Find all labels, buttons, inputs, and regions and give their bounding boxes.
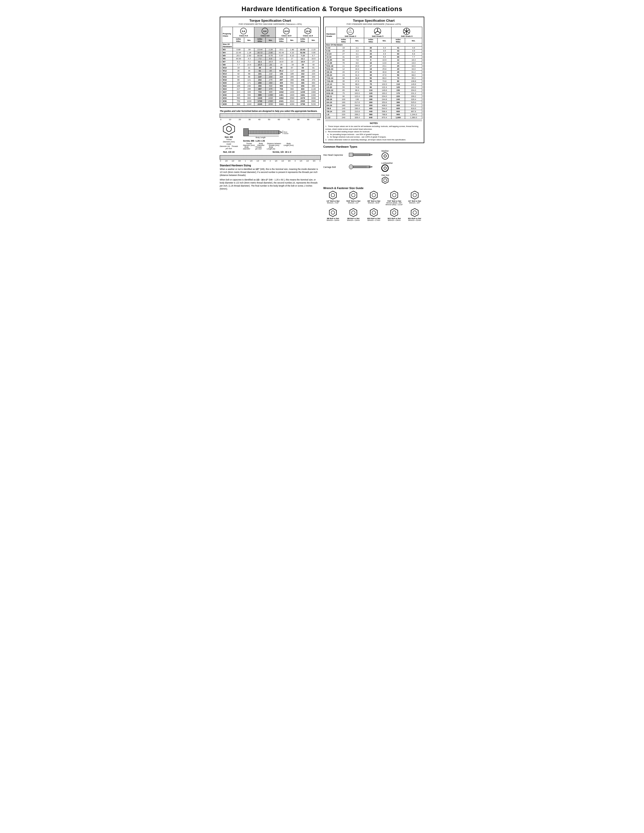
notes-section: NOTES 1. These torque values are to be u… bbox=[325, 121, 422, 141]
svg-line-49 bbox=[407, 31, 409, 33]
grade8-icon bbox=[403, 27, 411, 35]
wrench-row1: 1/4" Bolt or Nut Wrench—7/16" 5/16" Bolt… bbox=[323, 191, 424, 206]
wrench-size-label: Wrench—7/16" bbox=[323, 202, 343, 204]
g5-nm-header: Nm. bbox=[378, 38, 391, 43]
svg-point-98 bbox=[413, 193, 417, 197]
sae-table-row: 3/4-10 160 217.6 260 353.6 386 525.0 bbox=[325, 101, 422, 104]
wrench-size-label: Wrench—22mm bbox=[405, 219, 424, 221]
sae-grade-header-row: HardwareGrade No Marks SAE Grade 2 bbox=[325, 27, 422, 38]
sae-size-header: Size Of Hardware bbox=[325, 43, 422, 47]
metric-table-row: M8 7.7 10.5 17.7 24 25 - 34 29 40 bbox=[222, 63, 319, 66]
svg-line-42 bbox=[375, 31, 378, 33]
metric-table-row: M14 42 58 101 132 136 185 162 220 bbox=[222, 72, 319, 76]
wrench-bolt-label: 1/4" Bolt or Nut bbox=[323, 200, 343, 202]
metric-torque-table: PropertyClass 5.6 Class 5.6 bbox=[222, 27, 319, 106]
sae-table-row: 3/8-24 23 31.3 35 47.6 50 68.0 bbox=[325, 74, 422, 77]
metric-torque-chart: Torque Specification Chart FOR STANDARD … bbox=[220, 17, 321, 108]
guide-text: The guides and ruler furnished below are… bbox=[220, 110, 321, 113]
metric-table-row: M33 590 800 1349 1830 1902 2580 2278 309… bbox=[222, 96, 319, 100]
wrench-item-icon bbox=[328, 191, 337, 199]
wrench-size-label: Wrench—17mm bbox=[364, 219, 384, 221]
lockwasher-icon bbox=[382, 164, 389, 172]
wrench-item-icon bbox=[369, 208, 378, 217]
wrench-item-icon bbox=[410, 208, 419, 217]
class129-icon: 12.9 bbox=[304, 27, 311, 35]
grade2-icon: No Marks bbox=[346, 27, 354, 35]
wrench-size-label: Wrench—19mm bbox=[385, 219, 404, 221]
svg-text:Body Length: Body Length bbox=[256, 137, 266, 138]
carriage-bolt-icon bbox=[349, 164, 374, 170]
grade2-header: No Marks SAE Grade 2 bbox=[337, 27, 364, 38]
g8-inlbs-header: in/lbsft/lbs bbox=[391, 38, 405, 43]
sae-table-row: 7/16-20 35 47.6 55 74.8 80 108.8 bbox=[325, 80, 422, 83]
screw-svg: Body Length Body Diameter bbox=[243, 126, 288, 138]
wrench-size-label: Wrench—3/4" bbox=[405, 202, 424, 204]
svg-point-104 bbox=[372, 211, 375, 214]
common-hardware-section: Common Hardware Types Hex Head Capscrew bbox=[323, 145, 424, 185]
wrench-item: M12 Bolt or Nut Wrench—19mm bbox=[385, 208, 404, 221]
c56-inlbs-header: in/lbsft/lbs bbox=[233, 38, 244, 43]
metric-table-row: M39 988 1340 2249 3050 3163 4290 3798 51… bbox=[222, 103, 319, 106]
c88-nm-header: Nm. bbox=[266, 38, 276, 43]
svg-text:12.9: 12.9 bbox=[306, 30, 310, 32]
svg-marker-67 bbox=[369, 154, 372, 156]
wrench-item: 7/16" Bolt or Nut Wrench (Bolt)—5/8"Wren… bbox=[385, 191, 404, 206]
wrench-item-icon bbox=[328, 208, 337, 217]
washer-group: Washer bbox=[382, 150, 389, 160]
svg-text:5.6: 5.6 bbox=[242, 30, 245, 32]
grade8-header: SAE Grade 8 bbox=[391, 27, 422, 38]
second-ruler-labels: 0 1/4 1/2 3/4 1 1/4 1/2 3/4 2 1/4 1/2 3/… bbox=[220, 160, 321, 162]
nut-thread-label: ThreadDiameter (mm) InsideDiameter (in)T… bbox=[220, 138, 238, 150]
units-header-row: in/lbsft/lbs Nm. in/lbsft/lbs Nm. in/lbs… bbox=[222, 38, 319, 43]
grade5-header: SAE Grade 5 bbox=[364, 27, 391, 38]
svg-point-92 bbox=[351, 193, 355, 197]
wrench-item-icon bbox=[410, 191, 419, 199]
lockwasher-label: Lockwasher bbox=[382, 162, 393, 164]
wrench-item-icon bbox=[349, 208, 358, 217]
wrench-size-label: Wrench—13mm bbox=[344, 219, 363, 221]
sizing-section: Standard Hardware Sizing When a washer o… bbox=[220, 164, 321, 190]
metric-table-row: M4 13.44 1.28 30.72 2.90 43.44 4.10 52.5… bbox=[222, 51, 319, 54]
wrench-item: 1/2" Bolt or Nut Wrench—3/4" bbox=[405, 191, 424, 206]
sae-chart-subtitle: FOR STANDARD MACHINE HARDWARE (Tolerance… bbox=[325, 23, 422, 25]
sae-table-row: 5/16-18 11 15.0 17 23.1 25 34.0 bbox=[325, 64, 422, 68]
c109-nm-header: Nm. bbox=[287, 38, 297, 43]
nut-svg bbox=[222, 123, 236, 135]
nut-m8-label: Nut, M8 bbox=[220, 136, 238, 138]
wrench-bolt-label: 5/16" Bolt or Nut bbox=[344, 200, 363, 202]
grade8-label: SAE Grade 8 bbox=[401, 35, 412, 37]
svg-point-86 bbox=[384, 167, 386, 169]
metric-chart-title: Torque Specification Chart bbox=[222, 19, 319, 23]
wrench-size-label: Wrench—10mm bbox=[323, 219, 343, 221]
grade5-label: SAE Grade 5 bbox=[372, 35, 383, 37]
hardware-types-row2: Carriage Bolt bbox=[323, 162, 424, 172]
g2-nm-header: Nm. bbox=[350, 38, 364, 43]
second-ruler-bar bbox=[220, 155, 321, 160]
washer-icon bbox=[382, 152, 389, 160]
second-ruler: 0 1/4 1/2 3/4 1 1/4 1/2 3/4 2 1/4 1/2 3/… bbox=[220, 155, 321, 162]
svg-point-94 bbox=[372, 193, 375, 197]
sizing-para1: When a washer or nut is identified as 1/… bbox=[220, 168, 321, 177]
sae-table-row: 8-36 20 2.3 31 3.5 43 4.9 bbox=[325, 50, 422, 53]
svg-text:Marks: Marks bbox=[348, 31, 352, 33]
svg-line-43 bbox=[378, 31, 380, 33]
main-content: Torque Specification Chart FOR STANDARD … bbox=[220, 17, 424, 222]
metric-table-row: M3 5.88 .56 13.44 1.28 19.2 1.80 22.92 2… bbox=[222, 48, 319, 51]
metric-table-row: M22 169 230 390 530 559 745 656 890 bbox=[222, 85, 319, 88]
washer-label: Washer bbox=[382, 150, 389, 152]
page-title: Hardware Identification & Torque Specifi… bbox=[220, 5, 424, 13]
class56-label: Class 5.6 bbox=[239, 35, 248, 37]
class109-header: 10.9 Class 10.9 bbox=[276, 27, 297, 38]
sae-table-row: 3/4-16 180 244.8 300 408.0 420 571.2 bbox=[325, 104, 422, 107]
class129-label: Class 12.9 bbox=[303, 35, 313, 37]
wrench-items: 1/4" Bolt or Nut Wrench—7/16" 5/16" Bolt… bbox=[323, 191, 424, 222]
class109-label: Class 10.9 bbox=[282, 35, 291, 37]
metric-table-row: M12 26 36 61 83 86.2 117 103 140 bbox=[222, 69, 319, 72]
svg-point-9 bbox=[226, 127, 231, 132]
wrench-item-icon bbox=[390, 208, 399, 217]
screw-imperial-label: Screw, 1/2- 16 x 2 bbox=[243, 151, 321, 153]
hexnut-label: Hex Nut bbox=[382, 174, 389, 177]
wrench-item: 5/16" Bolt or Nut Wrench—1/2" bbox=[344, 191, 363, 206]
svg-line-47 bbox=[407, 30, 409, 31]
class88-header: 8.8 Class 8.8 bbox=[254, 27, 276, 38]
